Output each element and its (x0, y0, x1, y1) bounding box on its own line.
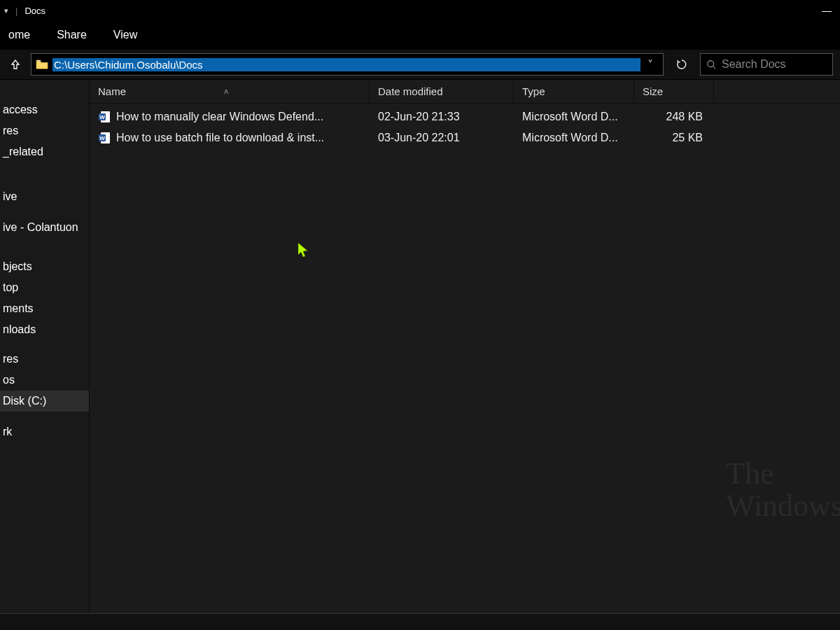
sidebar-item[interactable] (0, 340, 89, 349)
ribbon-tabs: ome Share View (0, 21, 840, 49)
minimize-button[interactable]: — (822, 5, 832, 16)
search-placeholder: Search Docs (722, 58, 786, 71)
sidebar-item-3d-objects[interactable]: bjects (0, 256, 89, 277)
file-type: Microsoft Word D... (514, 111, 634, 123)
sidebar-item-videos[interactable]: os (0, 370, 89, 391)
column-header-name[interactable]: Name ʌ (90, 80, 370, 103)
file-row[interactable]: W How to use batch file to download & in… (90, 127, 840, 148)
sidebar-item[interactable] (0, 248, 89, 256)
sort-indicator-icon: ʌ (224, 87, 229, 96)
watermark: The Windows (726, 458, 840, 522)
sidebar-item-desktop[interactable]: top (0, 277, 89, 298)
sidebar-item-pictures[interactable]: res (0, 349, 89, 370)
sidebar-item-quick-access[interactable]: access (0, 99, 89, 120)
word-doc-icon: W (98, 111, 111, 123)
svg-line-1 (713, 66, 716, 69)
sidebar-item[interactable]: _related (0, 141, 89, 162)
file-date: 03-Jun-20 22:01 (370, 132, 514, 144)
sidebar-item-network[interactable]: rk (0, 421, 89, 442)
word-doc-icon: W (98, 132, 111, 144)
navigation-pane[interactable]: access res _related ive ive - Colantuon … (0, 80, 90, 613)
titlebar-separator: | (15, 6, 18, 16)
column-header-size[interactable]: Size (634, 80, 714, 103)
address-dropdown-icon[interactable]: ˅ (640, 58, 660, 71)
address-bar: C:\Users\Chidum.Osobalu\Docs ˅ Search Do… (0, 49, 840, 80)
address-input[interactable]: C:\Users\Chidum.Osobalu\Docs ˅ (31, 53, 664, 76)
search-input[interactable]: Search Docs (700, 53, 833, 76)
column-headers: Name ʌ Date modified Type Size (90, 80, 840, 104)
window-title: Docs (24, 6, 46, 16)
folder-icon (36, 59, 48, 70)
ribbon-tab-home[interactable]: ome (6, 24, 33, 46)
arrow-up-icon (10, 59, 21, 70)
svg-point-0 (708, 61, 714, 67)
status-bar (0, 613, 840, 630)
explorer-body: access res _related ive ive - Colantuon … (0, 80, 840, 613)
nav-up-button[interactable] (7, 56, 24, 73)
file-name: How to manually clear Windows Defend... (116, 111, 323, 123)
column-header-date[interactable]: Date modified (370, 80, 514, 103)
column-header-type[interactable]: Type (514, 80, 634, 103)
ribbon-tab-view[interactable]: View (111, 24, 140, 46)
mouse-cursor-icon (297, 242, 311, 259)
sidebar-item-documents[interactable]: ments (0, 298, 89, 319)
quick-access-dropdown-icon[interactable]: ▾ (4, 6, 8, 15)
svg-text:W: W (99, 135, 105, 141)
file-size: 248 KB (634, 111, 714, 123)
sidebar-item[interactable]: res (0, 120, 89, 141)
file-name: How to use batch file to download & inst… (116, 132, 324, 144)
address-path-text[interactable]: C:\Users\Chidum.Osobalu\Docs (52, 58, 640, 71)
file-list-pane: Name ʌ Date modified Type Size W How to … (90, 80, 840, 613)
svg-text:W: W (99, 114, 105, 120)
file-size: 25 KB (634, 132, 714, 144)
refresh-icon (676, 59, 687, 70)
sidebar-item-onedrive-business[interactable]: ive - Colantuon (0, 217, 89, 238)
file-type: Microsoft Word D... (514, 132, 634, 144)
titlebar: ▾ | Docs — (0, 0, 840, 21)
search-icon (706, 59, 716, 69)
sidebar-item-local-disk-c[interactable]: Disk (C:) (0, 391, 89, 412)
refresh-button[interactable] (671, 53, 693, 76)
window-controls: — (822, 5, 836, 16)
file-row[interactable]: W How to manually clear Windows Defend..… (90, 106, 840, 127)
sidebar-item-downloads[interactable]: nloads (0, 319, 89, 340)
ribbon-tab-share[interactable]: Share (54, 24, 90, 46)
file-date: 02-Jun-20 21:33 (370, 111, 514, 123)
sidebar-item-onedrive[interactable]: ive (0, 186, 89, 207)
file-rows: W How to manually clear Windows Defend..… (90, 104, 840, 148)
